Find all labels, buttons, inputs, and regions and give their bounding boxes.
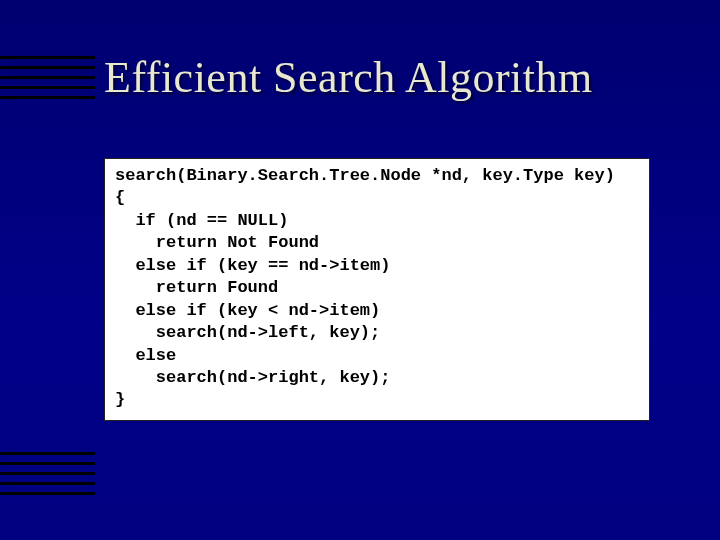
accent-lines-bottom [0, 452, 95, 502]
accent-line [0, 66, 95, 69]
accent-line [0, 472, 95, 475]
accent-line [0, 56, 95, 59]
accent-line [0, 452, 95, 455]
slide: Efficient Search Algorithm search(Binary… [0, 0, 720, 540]
code-box: search(Binary.Search.Tree.Node *nd, key.… [104, 158, 650, 421]
accent-lines-top [0, 56, 95, 106]
accent-line [0, 492, 95, 495]
accent-line [0, 86, 95, 89]
accent-line [0, 462, 95, 465]
accent-line [0, 76, 95, 79]
code-content: search(Binary.Search.Tree.Node *nd, key.… [115, 165, 639, 412]
accent-line [0, 482, 95, 485]
slide-title: Efficient Search Algorithm [104, 52, 680, 103]
accent-line [0, 96, 95, 99]
